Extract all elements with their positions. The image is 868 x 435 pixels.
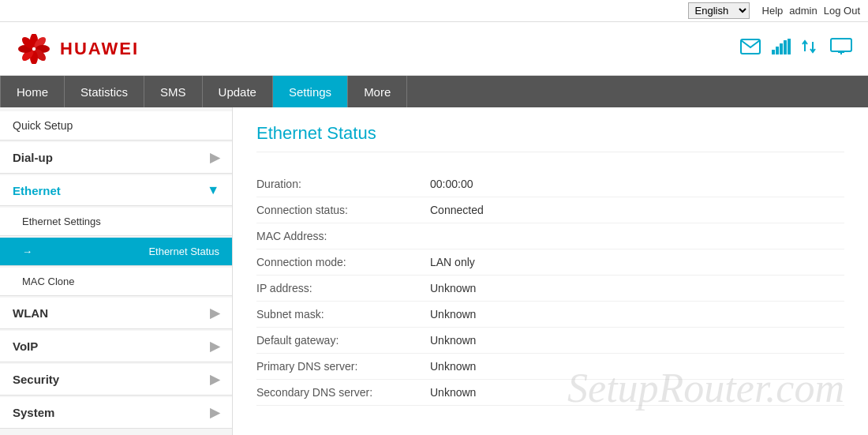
table-row: Connection mode: LAN only (256, 249, 844, 276)
value-primary-dns: Unknown (430, 360, 476, 373)
sidebar-label-system: System (13, 406, 54, 419)
monitor-icon (830, 38, 852, 59)
signal-icon (772, 39, 791, 58)
table-row: MAC Address: (256, 223, 844, 249)
language-select[interactable]: English Chinese (688, 2, 750, 19)
wlan-arrow-icon: ▶ (210, 306, 219, 321)
sidebar-item-mac-clone[interactable]: MAC Clone (0, 268, 232, 296)
sidebar-item-ethernet-status[interactable]: → Ethernet Status (0, 238, 232, 266)
sidebar-label-security: Security (13, 373, 59, 386)
nav-sms[interactable]: SMS (144, 76, 203, 107)
label-connection-status: Connection status: (256, 204, 430, 216)
table-row: Subnet mask: Unknown (256, 302, 844, 328)
logo-area: HUAWEI (16, 34, 139, 64)
value-default-gateway: Unknown (430, 334, 476, 347)
label-subnet-mask: Subnet mask: (256, 308, 430, 321)
sidebar-label-mac-clone: MAC Clone (22, 276, 74, 287)
help-link[interactable]: Help (762, 5, 784, 17)
sidebar-label-dialup: Dial-up (13, 151, 53, 164)
sidebar-label-ethernet-status: Ethernet Status (148, 246, 219, 257)
top-bar: English Chinese Help admin Log Out (0, 0, 868, 22)
sidebar-item-ethernet-settings[interactable]: Ethernet Settings (0, 208, 232, 236)
ethernet-arrow-icon: ▼ (207, 183, 219, 197)
svg-rect-9 (772, 50, 775, 54)
sidebar-item-security[interactable]: Security ▶ (0, 364, 232, 396)
svg-rect-16 (831, 39, 851, 51)
label-secondary-dns: Secondary DNS server: (256, 386, 430, 399)
system-arrow-icon: ▶ (210, 405, 219, 420)
value-subnet-mask: Unknown (430, 308, 476, 321)
label-mac-address: MAC Address: (256, 230, 430, 242)
table-row: Default gateway: Unknown (256, 328, 844, 354)
user-label: admin (789, 5, 817, 17)
value-connection-mode: LAN only (430, 256, 475, 268)
page-title: Ethernet Status (256, 123, 844, 152)
table-row: Connection status: Connected (256, 197, 844, 223)
sidebar-item-wlan[interactable]: WLAN ▶ (0, 298, 232, 329)
arrow-indicator: → (22, 246, 32, 257)
label-ip-address: IP address: (256, 282, 430, 294)
label-primary-dns: Primary DNS server: (256, 360, 430, 373)
logout-link[interactable]: Log Out (824, 5, 860, 17)
table-row: Duration: 00:00:00 (256, 171, 844, 197)
sidebar-item-quick-setup[interactable]: Quick Setup (0, 111, 232, 141)
nav-statistics[interactable]: Statistics (65, 76, 144, 107)
nav-update[interactable]: Update (203, 76, 273, 107)
status-table: Duration: 00:00:00 Connection status: Co… (256, 171, 844, 406)
label-connection-mode: Connection mode: (256, 256, 430, 268)
value-ip-address: Unknown (430, 282, 476, 294)
value-secondary-dns: Unknown (430, 386, 476, 399)
main-layout: Quick Setup Dial-up ▶ Ethernet ▼ Etherne… (0, 107, 868, 435)
value-connection-status: Connected (430, 204, 484, 216)
nav-home[interactable]: Home (0, 76, 65, 107)
email-icon[interactable] (740, 39, 761, 58)
security-arrow-icon: ▶ (210, 372, 219, 387)
sidebar-label-voip: VoIP (13, 339, 38, 353)
table-row: Primary DNS server: Unknown (256, 354, 844, 380)
nav-settings[interactable]: Settings (273, 76, 348, 107)
svg-rect-11 (780, 43, 783, 54)
sidebar-label-quick-setup: Quick Setup (13, 119, 73, 132)
sidebar-label-ethernet-settings: Ethernet Settings (22, 216, 101, 227)
table-row: IP address: Unknown (256, 276, 844, 302)
huawei-logo-icon (16, 34, 52, 64)
sidebar-label-ethernet: Ethernet (13, 184, 61, 197)
sidebar-label-wlan: WLAN (13, 306, 48, 320)
main-nav: Home Statistics SMS Update Settings More (0, 76, 868, 107)
dialup-arrow-icon: ▶ (210, 150, 219, 165)
header-icons (740, 38, 852, 59)
sidebar-item-ethernet[interactable]: Ethernet ▼ (0, 175, 232, 206)
svg-rect-10 (776, 47, 779, 54)
sidebar: Quick Setup Dial-up ▶ Ethernet ▼ Etherne… (0, 107, 233, 435)
content-area: Ethernet Status Duration: 00:00:00 Conne… (233, 107, 868, 435)
nav-more[interactable]: More (348, 76, 407, 107)
voip-arrow-icon: ▶ (210, 339, 219, 354)
svg-rect-12 (784, 40, 787, 54)
brand-name: HUAWEI (60, 39, 139, 59)
svg-rect-13 (788, 39, 791, 54)
table-row: Secondary DNS server: Unknown (256, 380, 844, 406)
sidebar-item-voip[interactable]: VoIP ▶ (0, 331, 232, 362)
sidebar-item-system[interactable]: System ▶ (0, 397, 232, 429)
label-default-gateway: Default gateway: (256, 334, 430, 347)
sidebar-item-dialup[interactable]: Dial-up ▶ (0, 142, 232, 174)
value-duration: 00:00:00 (430, 178, 473, 190)
header: HUAWEI (0, 22, 868, 76)
label-duration: Duration: (256, 178, 430, 190)
arrows-icon (802, 39, 819, 58)
